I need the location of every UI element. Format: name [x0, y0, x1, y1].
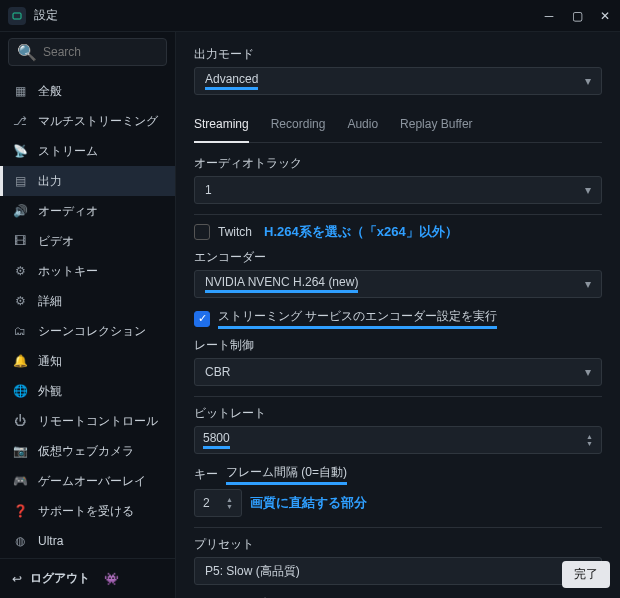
speaker-icon: 🔊	[12, 204, 28, 218]
logout-button[interactable]: ログアウト	[30, 570, 90, 587]
tab-replay-buffer[interactable]: Replay Buffer	[400, 111, 473, 142]
sidebar-item-label: ビデオ	[38, 233, 74, 250]
sidebar-item-14[interactable]: ❓サポートを受ける	[0, 496, 175, 526]
encoder-select[interactable]: NVIDIA NVENC H.264 (new) ▾	[194, 270, 602, 298]
tab-recording[interactable]: Recording	[271, 111, 326, 142]
output-icon: ▤	[12, 174, 28, 188]
output-mode-label: 出力モード	[194, 46, 602, 63]
chevron-down-icon: ▾	[585, 365, 591, 379]
logout-icon: ↩	[12, 572, 22, 586]
twitch-checkbox[interactable]	[194, 224, 210, 240]
sidebar-item-15[interactable]: ◍Ultra	[0, 526, 175, 556]
audio-track-label: オーディオトラック	[194, 155, 602, 172]
bitrate-input[interactable]: 5800 ▲▼	[194, 426, 602, 454]
annotation-quality-hint: 画質に直結する部分	[250, 494, 367, 512]
rate-control-label: レート制御	[194, 337, 602, 354]
sliders-icon: ⚙	[12, 294, 28, 308]
chevron-down-icon: ▾	[585, 183, 591, 197]
help-icon: ❓	[12, 504, 28, 518]
audio-track-select[interactable]: 1 ▾	[194, 176, 602, 204]
collection-icon: 🗂	[12, 324, 28, 338]
sidebar-item-5[interactable]: 🎞ビデオ	[0, 226, 175, 256]
sidebar-item-label: 外観	[38, 383, 62, 400]
sidebar-item-label: ゲームオーバーレイ	[38, 473, 146, 490]
chevron-down-icon: ▾	[585, 277, 591, 291]
annotation-encoder-hint: H.264系を選ぶ（「x264」以外）	[264, 223, 458, 241]
sidebar-item-label: ストリーム	[38, 143, 98, 160]
app-icon	[8, 7, 26, 25]
search-box[interactable]: 🔍	[8, 38, 167, 66]
sidebar-item-label: Ultra	[38, 534, 63, 548]
encoder-value: NVIDIA NVENC H.264 (new)	[205, 275, 358, 293]
sidebar-item-label: サポートを受ける	[38, 503, 134, 520]
sidebar-item-label: 仮想ウェブカメラ	[38, 443, 134, 460]
output-mode-value: Advanced	[205, 72, 258, 90]
minimize-button[interactable]: ─	[542, 9, 556, 23]
keyframe-label: フレーム間隔 (0=自動)	[226, 464, 347, 485]
chevron-down-icon: ▾	[585, 74, 591, 88]
sidebar-item-12[interactable]: 📷仮想ウェブカメラ	[0, 436, 175, 466]
encoder-label: エンコーダー	[194, 249, 602, 266]
sidebar-item-4[interactable]: 🔊オーディオ	[0, 196, 175, 226]
spinner-icons[interactable]: ▲▼	[226, 496, 233, 510]
film-icon: 🎞	[12, 234, 28, 248]
search-icon: 🔍	[17, 43, 37, 62]
camera-icon: 📷	[12, 444, 28, 458]
gear-icon: ⚙	[12, 264, 28, 278]
done-button[interactable]: 完了	[562, 561, 610, 588]
sidebar-item-label: 全般	[38, 83, 62, 100]
game-icon: 🎮	[12, 474, 28, 488]
sidebar-item-6[interactable]: ⚙ホットキー	[0, 256, 175, 286]
rate-control-select[interactable]: CBR ▾	[194, 358, 602, 386]
search-input[interactable]	[43, 45, 193, 59]
sidebar-item-label: オーディオ	[38, 203, 98, 220]
ultra-icon: ◍	[12, 534, 28, 548]
window-title: 設定	[34, 7, 58, 24]
sidebar-item-label: 出力	[38, 173, 62, 190]
grid-icon: ▦	[12, 84, 28, 98]
preset-label: プリセット	[194, 536, 602, 553]
tab-audio[interactable]: Audio	[347, 111, 378, 142]
bitrate-label: ビットレート	[194, 405, 602, 422]
sidebar-item-9[interactable]: 🔔通知	[0, 346, 175, 376]
sidebar-item-11[interactable]: ⏻リモートコントロール	[0, 406, 175, 436]
svg-rect-0	[13, 13, 21, 19]
twitch-checkbox-label: Twitch	[218, 225, 252, 239]
globe-icon: 🌐	[12, 384, 28, 398]
sidebar-item-label: マルチストリーミング	[38, 113, 158, 130]
sidebar-item-label: ホットキー	[38, 263, 98, 280]
sidebar-item-10[interactable]: 🌐外観	[0, 376, 175, 406]
tab-streaming[interactable]: Streaming	[194, 111, 249, 143]
sidebar-item-label: シーンコレクション	[38, 323, 146, 340]
sidebar-item-label: 詳細	[38, 293, 62, 310]
sidebar-item-2[interactable]: 📡ストリーム	[0, 136, 175, 166]
bell-icon: 🔔	[12, 354, 28, 368]
close-button[interactable]: ✕	[598, 9, 612, 23]
branch-icon: ⎇	[12, 114, 28, 128]
keyframe-input[interactable]: 2 ▲▼	[194, 489, 242, 517]
sidebar-item-8[interactable]: 🗂シーンコレクション	[0, 316, 175, 346]
sidebar-item-1[interactable]: ⎇マルチストリーミング	[0, 106, 175, 136]
maximize-button[interactable]: ▢	[570, 9, 584, 23]
power-icon: ⏻	[12, 414, 28, 428]
keyframe-prefix: キー	[194, 466, 218, 483]
spinner-icons[interactable]: ▲▼	[586, 433, 593, 447]
encoder-service-checkbox[interactable]	[194, 311, 210, 327]
sidebar-item-7[interactable]: ⚙詳細	[0, 286, 175, 316]
twitch-glitch-icon: 👾	[104, 572, 119, 586]
preset-select[interactable]: P5: Slow (高品質) ▾	[194, 557, 602, 585]
output-mode-select[interactable]: Advanced ▾	[194, 67, 602, 95]
encoder-service-checkbox-label: ストリーミング サービスのエンコーダー設定を実行	[218, 308, 497, 329]
sidebar-item-13[interactable]: 🎮ゲームオーバーレイ	[0, 466, 175, 496]
sidebar-item-label: 通知	[38, 353, 62, 370]
sidebar-item-3[interactable]: ▤出力	[0, 166, 175, 196]
sidebar-item-0[interactable]: ▦全般	[0, 76, 175, 106]
sidebar-item-label: リモートコントロール	[38, 413, 158, 430]
antenna-icon: 📡	[12, 144, 28, 158]
